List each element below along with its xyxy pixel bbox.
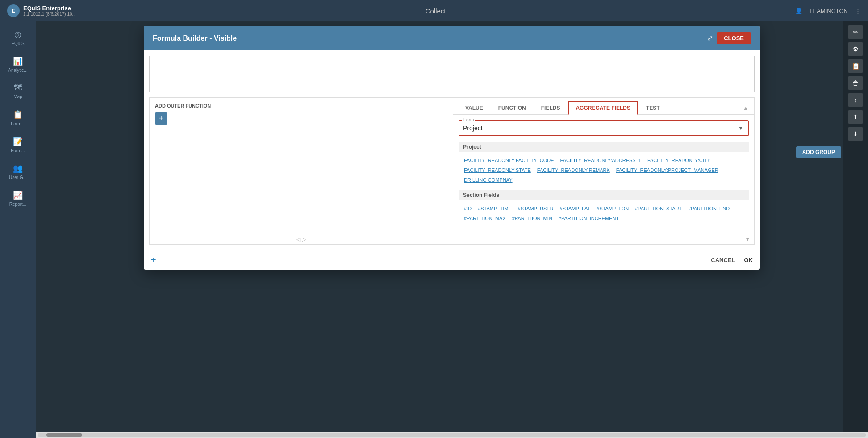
sidebar-item-equis[interactable]: ◎ EQuIS <box>2 25 34 50</box>
sidebar-item-form1[interactable]: 📋 Form... <box>2 105 34 130</box>
sidebar: ◎ EQuIS 📊 Analytic... 🗺 Map 📋 Form... 📝 … <box>0 21 36 438</box>
aggregate-fields-content: Form Project ▼ Project FACILITY_READONLY… <box>453 115 754 234</box>
panel-icon-3[interactable]: 📋 <box>848 59 863 73</box>
map-icon: 🗺 <box>14 83 22 92</box>
modal-close-button[interactable]: CLOSE <box>717 32 751 44</box>
panel-icon-5[interactable]: ↕ <box>848 93 863 107</box>
field-address-1[interactable]: FACILITY_READONLY:ADDRESS_1 <box>559 157 643 164</box>
tab-value-label: VALUE <box>465 105 483 111</box>
main-content: Formula Builder - Visible ⤢ CLOSE ADD OU… <box>36 21 868 438</box>
panel-icon-4[interactable]: 🗑 <box>848 76 863 90</box>
modal-formula-builder: Formula Builder - Visible ⤢ CLOSE ADD OU… <box>144 26 760 270</box>
tab-value[interactable]: VALUE <box>459 102 490 114</box>
form-selector-value: Project <box>463 123 744 133</box>
field-partition-start[interactable]: #PARTITION_START <box>633 205 684 212</box>
sidebar-item-analytics[interactable]: 📊 Analytic... <box>2 52 34 77</box>
app-sub: 1.1.1012.1 (8/6/2017) 10... <box>23 12 76 17</box>
more-icon[interactable]: ⋮ <box>855 8 861 14</box>
section-fields-section: Section Fields #ID #STAMP_TIME #STAMP_US… <box>459 190 749 224</box>
form2-icon: 📝 <box>13 137 23 146</box>
section-fields-grid: #ID #STAMP_TIME #STAMP_USER #STAMP_LAT #… <box>459 203 749 224</box>
project-fields-section: Project FACILITY_READONLY:FACILITY_CODE … <box>459 142 749 185</box>
tab-fields[interactable]: FIELDS <box>534 102 567 114</box>
plus-icon: + <box>159 114 164 123</box>
panel-icon-7[interactable]: ⬇ <box>848 127 863 141</box>
field-stamp-lat[interactable]: #STAMP_LAT <box>558 205 593 212</box>
sidebar-analytics-label: Analytic... <box>8 68 27 73</box>
add-group-button[interactable]: ADD GROUP <box>796 146 841 158</box>
formula-cols: ADD OUTER FUNCTION + ◁ ▷ VALUE <box>149 97 755 245</box>
panel-icon-2[interactable]: ⚙ <box>848 42 863 56</box>
modal-title: Formula Builder - Visible <box>153 34 237 42</box>
field-partition-increment[interactable]: #PARTITION_INCREMENT <box>557 215 621 222</box>
h-scrollbar[interactable] <box>36 432 868 438</box>
form-selector[interactable]: Form Project ▼ <box>459 120 749 136</box>
field-stamp-lon[interactable]: #STAMP_LON <box>595 205 630 212</box>
panel-icon-6[interactable]: ⬆ <box>848 110 863 124</box>
modal-expand-icon[interactable]: ⤢ <box>707 34 713 42</box>
h-scrollbar-thumb[interactable] <box>46 433 82 437</box>
field-project-manager[interactable]: FACILITY_READONLY:PROJECT_MANAGER <box>614 167 720 174</box>
sidebar-form2-label: Form... <box>11 148 25 153</box>
analytics-icon: 📊 <box>13 56 23 66</box>
sidebar-item-reports[interactable]: 📈 Report... <box>2 186 34 211</box>
top-bar-right: 👤 LEAMINGTON ⋮ <box>795 8 861 14</box>
tab-test[interactable]: TEST <box>639 102 667 114</box>
ok-button[interactable]: OK <box>744 257 753 263</box>
equis-icon: ◎ <box>14 29 21 39</box>
tabs-scroll-up[interactable]: ▲ <box>743 104 749 112</box>
panel-icon-1[interactable]: ✏ <box>848 25 863 39</box>
form-selector-arrow-icon: ▼ <box>738 125 743 131</box>
sidebar-item-usergroup[interactable]: 👥 User G... <box>2 159 34 184</box>
tabs-bar: VALUE FUNCTION FIELDS AGGREGATE FIELDS <box>453 98 754 115</box>
outer-function-label: ADD OUTER FUNCTION <box>155 103 447 108</box>
add-outer-function-button[interactable]: + <box>155 112 167 125</box>
sidebar-item-map[interactable]: 🗺 Map <box>2 79 34 104</box>
field-partition-min[interactable]: #PARTITION_MIN <box>510 215 554 222</box>
project-section-header: Project <box>459 142 749 152</box>
top-bar-left: E EQuIS Enterprise 1.1.1012.1 (8/6/2017)… <box>7 4 76 17</box>
top-bar: E EQuIS Enterprise 1.1.1012.1 (8/6/2017)… <box>0 0 868 21</box>
app-logo-icon: E <box>7 4 20 17</box>
footer-actions: CANCEL OK <box>711 257 753 263</box>
user-icon: 👤 <box>795 8 802 14</box>
field-partition-max[interactable]: #PARTITION_MAX <box>462 215 508 222</box>
right-scroll-down[interactable]: ▼ <box>453 234 754 244</box>
sidebar-form1-label: Form... <box>11 121 25 126</box>
field-partition-end[interactable]: #PARTITION_END <box>686 205 731 212</box>
sidebar-equis-label: EQuIS <box>11 41 24 46</box>
field-facility-code[interactable]: FACILITY_READONLY:FACILITY_CODE <box>462 157 556 164</box>
footer-add-button[interactable]: + <box>151 255 156 265</box>
field-id[interactable]: #ID <box>462 205 473 212</box>
sidebar-map-label: Map <box>13 94 22 99</box>
formula-left-col: ADD OUTER FUNCTION + ◁ ▷ <box>150 98 453 244</box>
formula-input-area[interactable] <box>149 56 755 92</box>
tab-test-label: TEST <box>646 105 660 111</box>
footer-plus-icon: + <box>151 255 156 265</box>
sidebar-item-form2[interactable]: 📝 Form... <box>2 132 34 157</box>
modal-header: Formula Builder - Visible ⤢ CLOSE <box>144 26 760 50</box>
h-scrollbar-track <box>38 433 866 437</box>
section-fields-header: Section Fields <box>459 190 749 200</box>
field-drilling-company[interactable]: DRILLING COMPNAY <box>462 176 514 184</box>
field-stamp-user[interactable]: #STAMP_USER <box>516 205 555 212</box>
formula-textarea[interactable] <box>153 60 751 87</box>
tab-aggregate-fields[interactable]: AGGREGATE FIELDS <box>568 101 637 115</box>
field-remark[interactable]: FACILITY_READONLY:REMARK <box>535 167 612 174</box>
form1-icon: 📋 <box>13 110 23 120</box>
left-scroll-indicator: ◁ ▷ <box>296 236 306 242</box>
form-selector-label: Form <box>462 117 475 122</box>
field-state[interactable]: FACILITY_READONLY:STATE <box>462 167 533 174</box>
field-city[interactable]: FACILITY_READONLY:CITY <box>646 157 712 164</box>
tab-aggregate-fields-label: AGGREGATE FIELDS <box>576 105 630 111</box>
reports-icon: 📈 <box>13 190 23 200</box>
modal-footer: + CANCEL OK <box>144 250 760 270</box>
modal-backdrop: Formula Builder - Visible ⤢ CLOSE ADD OU… <box>36 21 868 438</box>
field-stamp-time[interactable]: #STAMP_TIME <box>476 205 513 212</box>
app-name-text: EQuIS Enterprise 1.1.1012.1 (8/6/2017) 1… <box>23 5 76 17</box>
user-name: LEAMINGTON <box>810 8 848 14</box>
app-name: EQuIS Enterprise <box>23 5 76 12</box>
cancel-button[interactable]: CANCEL <box>711 257 735 263</box>
usergroup-icon: 👥 <box>13 163 23 173</box>
tab-function[interactable]: FUNCTION <box>492 102 533 114</box>
